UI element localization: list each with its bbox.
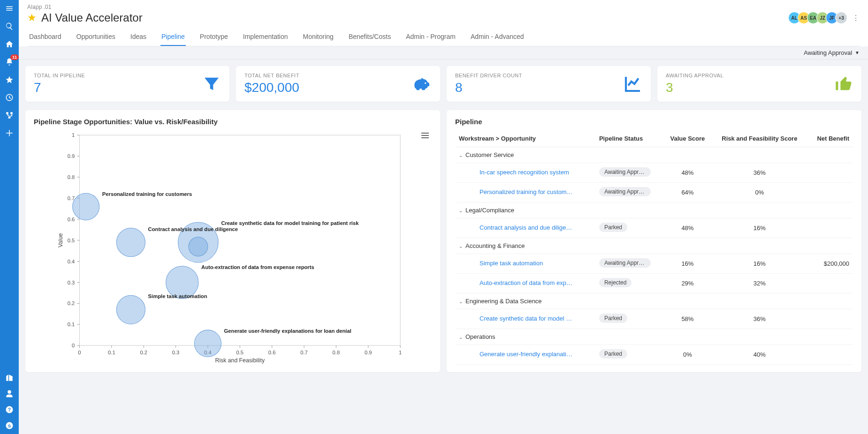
opportunity-link[interactable]: Personalized training for customers: [480, 188, 573, 195]
kebab-menu-icon[interactable]: ⋮: [852, 14, 860, 22]
tab-admin-advanced[interactable]: Admin - Advanced: [470, 29, 525, 46]
bubble-label: Generate user-friendly explanations for …: [224, 328, 351, 334]
column-header[interactable]: Net Benefit: [807, 130, 853, 147]
net-benefit: [807, 309, 853, 329]
chat-icon[interactable]: S: [5, 421, 14, 430]
bell-icon[interactable]: 11: [5, 57, 14, 67]
svg-text:0.9: 0.9: [68, 153, 75, 159]
tab-dashboard[interactable]: Dashboard: [28, 29, 62, 46]
opportunity-link[interactable]: Auto-extraction of data from expense rep…: [480, 279, 573, 286]
tab-benefits-costs[interactable]: Benefits/Costs: [348, 29, 392, 46]
svg-text:1: 1: [72, 132, 75, 138]
tab-admin-program[interactable]: Admin - Program: [405, 29, 457, 46]
kpi-value: 8: [455, 80, 522, 95]
svg-text:0: 0: [78, 350, 81, 355]
building-icon[interactable]: [5, 373, 14, 382]
breadcrumb[interactable]: AIapp .01: [27, 4, 860, 10]
chevron-down-icon: ⌄: [459, 299, 463, 304]
svg-text:1: 1: [399, 350, 402, 355]
svg-text:S: S: [8, 423, 11, 428]
collaborator-avatars[interactable]: ALASEAJZJF+3: [791, 12, 847, 24]
risk-score: 0%: [712, 183, 807, 202]
help-icon[interactable]: ?: [5, 405, 14, 414]
kpi-value: 7: [34, 80, 85, 95]
tab-prototype[interactable]: Prototype: [199, 29, 229, 46]
workflow-icon[interactable]: [5, 111, 14, 120]
opportunity-link[interactable]: Generate user-friendly explanations: [480, 351, 573, 358]
status-badge: Parked: [599, 314, 627, 323]
svg-text:0.3: 0.3: [68, 280, 75, 285]
home-icon[interactable]: [5, 39, 14, 49]
star-icon[interactable]: [5, 75, 14, 84]
value-score: 16%: [663, 254, 712, 274]
favorite-star-icon[interactable]: ★: [27, 12, 37, 24]
net-benefit: [807, 274, 853, 293]
kpi-label: TOTAL IN PIPELINE: [34, 73, 85, 78]
status-filter-bar[interactable]: Awaiting Approval ▼: [19, 46, 868, 60]
risk-score: 40%: [712, 345, 807, 365]
chart-bubble[interactable]: [73, 193, 99, 220]
chart-bubble[interactable]: [116, 295, 145, 324]
value-score: 29%: [663, 274, 712, 293]
group-row[interactable]: ⌄Legal/Compliance: [455, 202, 853, 218]
column-header[interactable]: Value Score: [663, 130, 712, 147]
table-row: Generate user-friendly explanationsParke…: [455, 345, 853, 365]
svg-text:0.1: 0.1: [68, 322, 75, 327]
user-icon[interactable]: [5, 389, 14, 398]
page-header: AIapp .01 ★ AI Value Accelerator ALASEAJ…: [19, 0, 868, 46]
kpi-card[interactable]: AWAITING APPROVAL3: [657, 66, 861, 102]
chart-bubble[interactable]: [194, 330, 221, 357]
risk-score: 36%: [712, 163, 807, 183]
tab-implementation[interactable]: Implementation: [242, 29, 289, 46]
table-title: Pipeline: [455, 118, 853, 126]
page-title: AI Value Accelerator: [41, 11, 143, 24]
svg-text:0.7: 0.7: [300, 350, 308, 355]
group-row[interactable]: ⌄Accounting & Finance: [455, 238, 853, 254]
filter-icon: [202, 75, 221, 93]
kpi-label: TOTAL NET BENEFIT: [244, 73, 299, 78]
thumb-icon: [834, 75, 853, 93]
svg-text:0.2: 0.2: [68, 300, 75, 306]
tab-monitoring[interactable]: Monitoring: [302, 29, 335, 46]
opportunity-link[interactable]: Create synthetic data for model training: [480, 315, 573, 322]
bubble-label: Contract analysis and due diligence: [148, 226, 238, 232]
status-badge: Awaiting Appro...: [599, 167, 651, 177]
history-icon[interactable]: [5, 93, 14, 102]
column-header[interactable]: Workstream > Opportunity: [455, 130, 595, 147]
kpi-value: $200,000: [244, 80, 299, 95]
kpi-value: 3: [666, 80, 723, 95]
plus-icon[interactable]: [5, 128, 14, 138]
search-icon[interactable]: [5, 22, 14, 31]
caret-down-icon: ▼: [855, 50, 860, 55]
piggy-icon: [413, 75, 432, 93]
avatar[interactable]: +3: [835, 12, 847, 24]
chart-menu-icon[interactable]: [421, 132, 429, 141]
pipeline-table: Workstream > OpportunityPipeline StatusV…: [455, 130, 853, 365]
tab-pipeline[interactable]: Pipeline: [160, 29, 186, 46]
group-row[interactable]: ⌄Operations: [455, 329, 853, 345]
table-row: Create synthetic data for model training…: [455, 309, 853, 329]
value-score: 64%: [663, 183, 712, 202]
net-benefit: [807, 218, 853, 238]
notification-badge: 11: [10, 54, 19, 60]
opportunity-link[interactable]: Simple task automation: [480, 260, 543, 267]
value-score: 48%: [663, 218, 712, 238]
opportunity-link[interactable]: In-car speech recognition system: [480, 169, 569, 176]
kpi-card[interactable]: TOTAL NET BENEFIT$200,000: [236, 66, 440, 102]
tab-ideas[interactable]: Ideas: [129, 29, 147, 46]
opportunity-link[interactable]: Contract analysis and due diligence: [480, 224, 573, 231]
table-panel: Pipeline Workstream > OpportunityPipelin…: [447, 110, 861, 372]
menu-icon[interactable]: [5, 4, 14, 13]
group-row[interactable]: ⌄Customer Service: [455, 147, 853, 163]
tab-opportunities[interactable]: Opportunities: [76, 29, 116, 46]
column-header[interactable]: Pipeline Status: [595, 130, 663, 147]
tab-bar: DashboardOpportunitiesIdeasPipelineProto…: [27, 29, 860, 46]
bubble-label: Personalized training for customers: [102, 191, 192, 197]
kpi-card[interactable]: BENEFIT DRIVER COUNT8: [447, 66, 651, 102]
chart-bubble[interactable]: [116, 228, 145, 257]
nav-sidebar: 11 ? S: [0, 0, 19, 434]
column-header[interactable]: Risk and Feasibility Score: [712, 130, 807, 147]
kpi-card[interactable]: TOTAL IN PIPELINE7: [25, 66, 229, 102]
group-row[interactable]: ⌄Engineering & Data Science: [455, 293, 853, 309]
chart-bubble[interactable]: [189, 237, 208, 256]
